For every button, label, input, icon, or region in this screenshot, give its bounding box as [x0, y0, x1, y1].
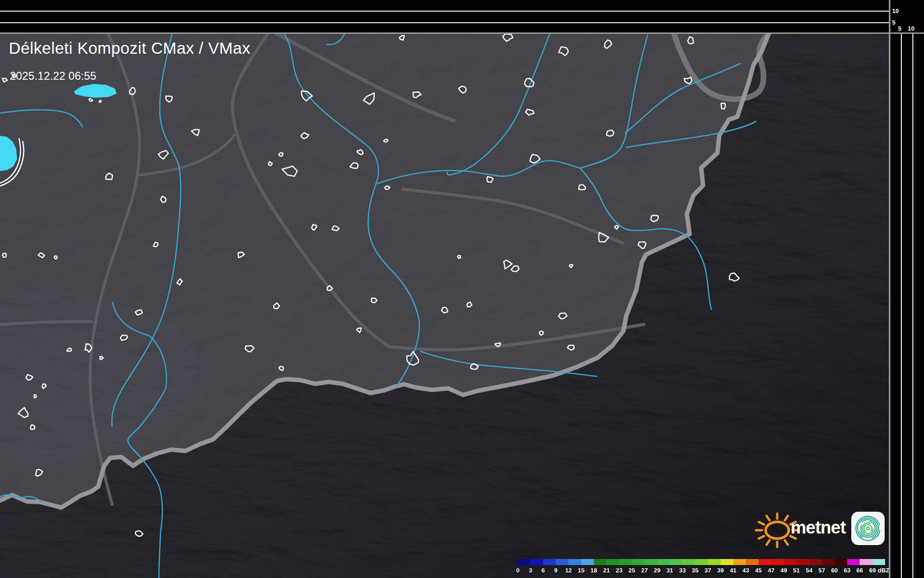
radar-viewer: 10 5 5 10 Délkeleti Kompozit CMax / VMax… — [0, 0, 924, 578]
colorbar-cell — [797, 559, 809, 565]
colorbar-tick-label: 35 — [692, 567, 698, 574]
colorbar-cell — [682, 559, 695, 565]
page-title: Délkeleti Kompozit CMax / VMax — [9, 39, 251, 57]
scale-tick-10: 10 — [892, 8, 899, 14]
colorbar-tick-label: 27 — [641, 567, 647, 574]
colorbar-tick-label: 18 — [591, 567, 597, 574]
swirl-arc — [860, 521, 876, 536]
colorbar-tick-label: 57 — [818, 567, 825, 574]
colorbar-cell — [809, 559, 822, 565]
colorbar-tick-label: 45 — [755, 567, 761, 574]
swirl-arc — [854, 514, 882, 542]
colorbar-cell — [835, 559, 847, 565]
colorbar-tick-label: 0 — [516, 567, 519, 574]
colorbar-cell — [746, 559, 758, 565]
colorbar-cell — [721, 559, 733, 565]
colorbar-cell — [594, 559, 606, 565]
colorbar-tick-label: 21 — [603, 567, 610, 574]
colorbar-labels: dBZ 036912151821232527293133353739414345… — [518, 567, 902, 575]
colorbar-cell — [860, 559, 872, 565]
colorbar-cell — [581, 559, 594, 565]
colorbar-tick-label: 15 — [578, 567, 584, 574]
colorbar-cell — [784, 559, 796, 565]
colorbar-tick-label: 25 — [629, 567, 635, 574]
dbz-colorbar: dBZ 036912151821232527293133353739414345… — [518, 559, 902, 575]
profile-gridline-10km — [0, 11, 889, 12]
colorbar-cell — [530, 559, 543, 565]
colorbar-tick-label: 31 — [666, 567, 673, 574]
colorbar-unit: dBZ — [878, 567, 889, 574]
colorbar-tick-label: 37 — [704, 567, 711, 574]
colorbar-tick-label: 51 — [793, 567, 799, 574]
sun-ray — [785, 516, 788, 521]
sun-ray — [767, 516, 770, 521]
swirl-arc — [858, 519, 878, 538]
colorbar-tick-label: 12 — [565, 567, 572, 574]
colorbar-tick-label: 60 — [831, 567, 837, 574]
colorbar-cell — [619, 559, 632, 565]
colorbar-cell — [822, 559, 834, 565]
colorbar-tick-label: 69 — [869, 567, 875, 574]
side-profile-strip — [891, 0, 924, 578]
colorbar-cell — [695, 559, 708, 565]
timestamp: 2025.12.22 06:55 — [10, 70, 96, 83]
colorbar-tick-label: 39 — [717, 567, 723, 574]
colorbar-cell — [632, 559, 644, 565]
colorbar-cell — [847, 559, 860, 565]
colorbar-tick-label: 66 — [856, 567, 863, 574]
colorbar-tick-label: 54 — [806, 567, 812, 574]
colorbar-cell — [771, 559, 784, 565]
colorbar-tick-label: 33 — [679, 567, 685, 574]
sun-ray — [759, 522, 764, 525]
colorbar-cell — [733, 559, 746, 565]
metnet-app-icon — [851, 512, 885, 545]
colorbar-cell — [644, 559, 657, 565]
colorbar-tick-label: 23 — [616, 567, 622, 574]
profile-gridline-5km-vertical — [901, 34, 902, 578]
colorbar-tick-label: 49 — [780, 567, 787, 574]
colorbar-tick-label: 29 — [654, 567, 660, 574]
swirl-arc — [854, 514, 882, 542]
colorbar-cell — [543, 559, 556, 565]
colorbar-tick-label: 47 — [768, 567, 774, 574]
colorbar-tick-label: 63 — [844, 567, 850, 574]
swirl-arc — [863, 523, 873, 534]
logo-text: metnet — [791, 518, 846, 538]
frame-line-horizontal — [0, 32, 924, 34]
profile-gridline-5km — [0, 22, 889, 23]
radar-map — [0, 0, 924, 578]
colorbar-cell — [568, 559, 581, 565]
scale-tick-5: 5 — [892, 19, 895, 25]
colorbar-tick-label: 6 — [541, 567, 545, 574]
colorbar-swatches — [518, 559, 885, 565]
sun-ray — [767, 540, 770, 545]
colorbar-cell — [670, 559, 682, 565]
colorbar-cell — [759, 559, 771, 565]
frame-line-vertical — [889, 0, 890, 578]
colorbar-tick-label: 9 — [554, 567, 557, 574]
scale-tick-10-side: 10 — [908, 25, 914, 32]
colorbar-tick-label: 43 — [742, 567, 749, 574]
colorbar-tick-label: 41 — [730, 567, 736, 574]
profile-gridline-10km-vertical — [912, 34, 913, 578]
swirl-center — [867, 527, 869, 530]
sun-ray — [759, 536, 764, 539]
echo-top-profile-strip — [0, 0, 890, 33]
colorbar-cell — [606, 559, 619, 565]
sun-ray — [785, 540, 788, 545]
colorbar-tick-label: 3 — [529, 567, 532, 574]
colorbar-cell — [873, 559, 885, 565]
scale-tick-5-side: 5 — [898, 25, 901, 32]
cyclone-swirl-icon — [851, 512, 885, 545]
colorbar-cell — [556, 559, 568, 565]
colorbar-cell — [518, 559, 530, 565]
colorbar-cell — [708, 559, 720, 565]
colorbar-cell — [657, 559, 670, 565]
